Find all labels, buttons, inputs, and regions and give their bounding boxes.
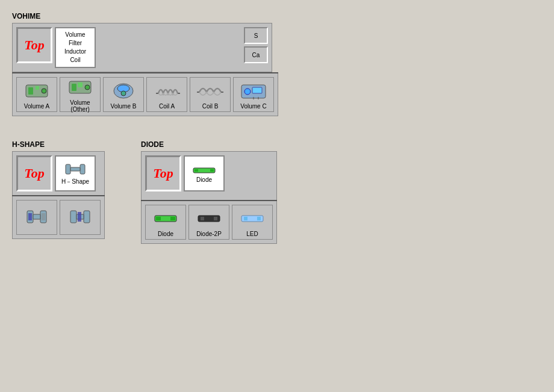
vohime-card-line3: Inductor xyxy=(64,48,86,56)
svg-point-3 xyxy=(42,89,46,93)
svg-rect-21 xyxy=(80,164,85,174)
vohime-right-btn2-label: Ca xyxy=(252,52,260,58)
svg-rect-17 xyxy=(252,87,262,93)
svg-rect-20 xyxy=(66,164,70,174)
diode-top-label: Top xyxy=(153,166,173,181)
diode-section-label: DIODE xyxy=(141,140,277,149)
diode-thumb-diode2p-label: Diode-2P xyxy=(196,231,222,237)
svg-point-10 xyxy=(121,91,126,96)
vohime-thumb-volume-b[interactable]: Volume B xyxy=(103,77,144,112)
svg-point-16 xyxy=(244,89,251,95)
svg-rect-39 xyxy=(201,217,204,220)
vohime-thumb-volume-c-label: Volume C xyxy=(240,103,266,110)
hshape-thumb-2-img xyxy=(67,206,93,228)
svg-rect-43 xyxy=(257,217,261,220)
svg-rect-22 xyxy=(70,167,80,171)
vohime-card-line2: Filter xyxy=(69,39,82,48)
diode-section: DIODE Top Diode xyxy=(141,140,277,244)
vohime-thumb-coil-a-img xyxy=(154,80,180,102)
diode-panel-wrapper: Top Diode xyxy=(141,151,277,244)
svg-rect-37 xyxy=(170,217,175,220)
vohime-card-line4: Coil xyxy=(70,56,80,64)
vohime-thumb-volume-b-label: Volume B xyxy=(111,103,137,110)
diode-card-icon xyxy=(192,164,216,176)
diode-thumb-led[interactable]: LED xyxy=(232,205,273,240)
diode-thumb-diode2p-img xyxy=(196,208,222,229)
svg-rect-36 xyxy=(156,217,161,220)
svg-point-7 xyxy=(85,85,90,90)
svg-rect-25 xyxy=(33,214,40,219)
hshape-thumb-1-img xyxy=(23,206,50,228)
diode-thumb-diode-label: Diode xyxy=(158,231,173,237)
vohime-main-card[interactable]: Volume Filter Inductor Coil xyxy=(55,27,96,68)
hshape-thumb-2[interactable] xyxy=(60,200,101,235)
svg-rect-33 xyxy=(195,169,198,172)
vohime-right-btn1-label: S xyxy=(254,33,258,39)
vohime-thumb-volume-a[interactable]: Volume A xyxy=(16,77,57,112)
vohime-thumb-volume-other-label: Volume(Other) xyxy=(70,99,90,113)
diode-thumb-led-img xyxy=(239,208,266,229)
vohime-thumb-volume-c-img xyxy=(240,80,267,102)
vohime-thumb-volume-a-label: Volume A xyxy=(24,103,49,110)
diode-thumb-led-label: LED xyxy=(246,231,258,237)
hshape-main-card[interactable]: H－Shape xyxy=(55,155,96,191)
svg-rect-42 xyxy=(244,217,247,220)
vohime-thumbnails: Volume A Volume(Other) xyxy=(12,73,278,116)
vohime-thumb-volume-a-img xyxy=(23,80,50,102)
hshape-section-label: H-SHAPE xyxy=(12,140,105,149)
vohime-thumb-coil-a[interactable]: Coil A xyxy=(146,77,187,112)
hshape-card-icon xyxy=(63,161,87,178)
svg-rect-31 xyxy=(78,212,81,222)
svg-rect-27 xyxy=(42,213,45,220)
diode-empty-area xyxy=(227,155,263,196)
diode-thumb-diode[interactable]: Diode xyxy=(145,205,186,240)
vohime-right-btn1[interactable]: S xyxy=(244,27,268,44)
vohime-thumb-volume-other[interactable]: Volume(Other) xyxy=(60,77,101,112)
hshape-panel-wrapper: Top H－Shape xyxy=(12,151,105,239)
svg-rect-40 xyxy=(214,217,217,220)
svg-rect-6 xyxy=(78,82,82,87)
bottom-sections: H-SHAPE Top H－Shape xyxy=(12,140,542,244)
diode-card-label: Diode xyxy=(196,176,212,183)
diode-thumb-diode-img xyxy=(152,208,179,229)
svg-rect-1 xyxy=(28,87,33,95)
vohime-thumb-coil-a-label: Coil A xyxy=(159,103,175,110)
vohime-top-label: Top xyxy=(24,37,44,53)
hshape-section: H-SHAPE Top H－Shape xyxy=(12,140,105,244)
vohime-right-btn2[interactable]: Ca xyxy=(244,46,268,63)
hshape-top-label: Top xyxy=(24,166,44,181)
svg-rect-28 xyxy=(70,211,76,223)
vohime-thumb-volume-b-img xyxy=(110,80,137,102)
vohime-empty-area xyxy=(98,27,237,68)
hshape-card-label: H－Shape xyxy=(61,178,89,186)
diode-thumb-diode2p[interactable]: Diode-2P xyxy=(188,205,229,240)
svg-rect-34 xyxy=(210,169,214,172)
vohime-thumb-coil-b[interactable]: Coil B xyxy=(190,77,231,112)
vohime-panel-wrapper: Top Volume Filter Inductor Coil S Ca xyxy=(12,23,278,116)
vohime-thumb-coil-b-img xyxy=(197,80,223,102)
svg-rect-29 xyxy=(84,211,90,223)
hshape-thumb-1[interactable] xyxy=(16,200,57,235)
vohime-thumb-volume-other-img xyxy=(67,76,93,98)
hshape-top-button[interactable]: Top xyxy=(16,155,52,191)
diode-top-button[interactable]: Top xyxy=(145,155,181,191)
vohime-thumb-coil-b-label: Coil B xyxy=(202,103,219,110)
svg-rect-2 xyxy=(36,86,39,90)
diode-thumbnails: Diode Diode-2P xyxy=(141,201,277,244)
vohime-card-line1: Volume xyxy=(65,31,85,39)
vohime-top-button[interactable]: Top xyxy=(16,27,52,63)
svg-rect-26 xyxy=(28,213,32,220)
hshape-thumbnails xyxy=(12,196,105,239)
vohime-thumb-volume-c[interactable]: Volume C xyxy=(233,77,274,112)
vohime-section-label: VOHIME xyxy=(12,12,542,20)
svg-rect-5 xyxy=(72,84,76,91)
diode-main-card[interactable]: Diode xyxy=(184,155,225,191)
